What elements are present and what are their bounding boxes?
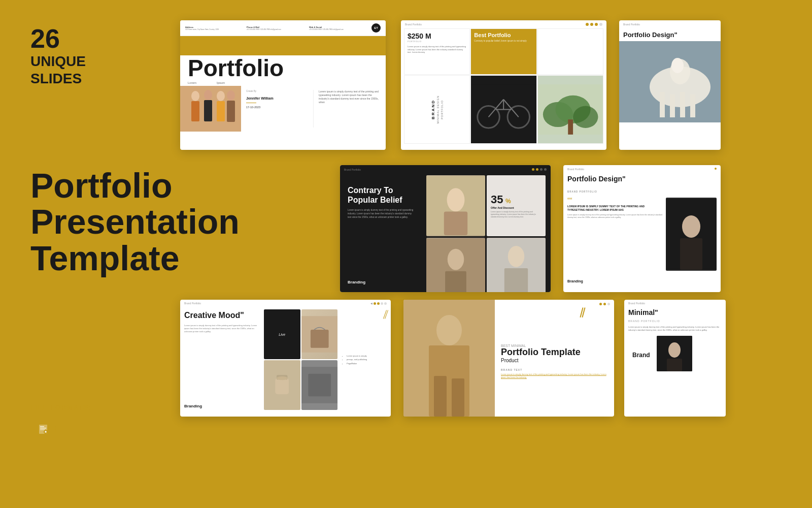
slide4-inner: Brand Portfolio Contrary To Popular Beli… xyxy=(340,165,551,292)
google-slides-icon xyxy=(30,417,56,442)
svg-point-36 xyxy=(447,188,465,211)
slide8-brand-image-row: Brand xyxy=(624,333,726,374)
slide4-branding: Branding xyxy=(348,280,414,284)
slide6-list-area: Lorem ipsum is simply presqu, and publis… xyxy=(340,307,391,412)
slide-minimal-partial: Brand Portfolio Minimal" BRAND PORTFOLIO… xyxy=(624,300,726,417)
svg-rect-54 xyxy=(308,374,331,397)
slide4-image-grid: 35 % Offer And Discount Lorem ipsum is s… xyxy=(421,165,551,292)
slide4-dots xyxy=(532,168,547,171)
slide5-title: Portfolio Design" xyxy=(563,173,721,184)
slide-portfolio-cover: Address 123 Street name, City Name State… xyxy=(180,20,386,150)
slide2-empty-cell xyxy=(537,28,603,75)
slide5-dark-image xyxy=(666,198,717,271)
slide6-header: Brand Portfolio ◀ xyxy=(180,300,391,307)
svg-point-52 xyxy=(277,376,287,380)
slide7-brand-label: BRAND TEXT xyxy=(501,368,608,371)
slide-best-minimal: Brand Portfolio Best Minimal Portfolio T… xyxy=(403,300,614,417)
svg-point-61 xyxy=(668,342,681,358)
slide1-header: Address 123 Street name, City Name State… xyxy=(180,20,386,36)
svg-rect-8 xyxy=(191,101,199,121)
slide4-body: Lorem ipsum is simply dummy text of the … xyxy=(348,209,414,219)
slide3-horse-image xyxy=(619,41,721,122)
slide4-image1 xyxy=(426,175,485,236)
slide8-brand-text: Brand xyxy=(628,346,654,361)
slide6-left: Creative Mood" Lorem ipsum is simply dum… xyxy=(180,307,261,412)
slide4-image2: 35 % Offer And Discount Lorem ipsum is s… xyxy=(487,175,546,236)
svg-rect-32 xyxy=(680,92,685,117)
svg-point-56 xyxy=(436,315,462,345)
slide7-dots xyxy=(599,303,610,305)
svg-rect-33 xyxy=(690,94,695,117)
slide6-body: Lorem ipsum is simply dummy text of the … xyxy=(184,324,257,333)
svg-rect-3 xyxy=(40,429,45,430)
slide6-title: Creative Mood" xyxy=(184,311,257,320)
slide7-bottom: BRAND TEXT Lorem ipsum is simply dummy t… xyxy=(501,368,608,379)
slide1-fashion-image xyxy=(180,86,241,132)
svg-rect-59 xyxy=(452,378,464,417)
slide-portfolio-design-light: Brand Portfolio Portfolio Design" BRAND … xyxy=(563,165,721,292)
slide4-image4 xyxy=(487,238,546,292)
slide5-content-area: ““ LOREM IPSUM IS SIMPLY DUMMY TEXT OF T… xyxy=(563,196,721,273)
svg-point-13 xyxy=(227,90,235,101)
svg-rect-62 xyxy=(667,359,682,371)
slide8-dark-image xyxy=(657,336,692,371)
slide8-brand-label: BRAND PORTFOLIO xyxy=(624,318,726,324)
svg-rect-14 xyxy=(227,101,235,122)
svg-rect-31 xyxy=(670,94,675,117)
svg-point-34 xyxy=(671,58,684,73)
file-formats-section: FILE FORMATS: xyxy=(30,403,91,442)
svg-point-7 xyxy=(191,91,199,101)
slide7-subtitle: Product xyxy=(501,358,608,363)
slide7-lorem-link: Lorem ipsum is simply dummy text of the … xyxy=(501,373,608,379)
unique-label: UNIQUE SLIDES xyxy=(30,53,86,87)
slide1-bottom: Create By Jennifer William 17-10-2023 Lo… xyxy=(180,86,386,132)
svg-rect-10 xyxy=(204,100,212,121)
slide6-dark-image xyxy=(301,360,338,410)
svg-point-45 xyxy=(682,215,700,238)
svg-rect-30 xyxy=(660,92,665,117)
svg-rect-40 xyxy=(445,271,466,292)
slide1-content: Create By Jennifer William 17-10-2023 Lo… xyxy=(241,86,386,132)
svg-rect-12 xyxy=(217,101,225,121)
svg-rect-46 xyxy=(680,238,702,270)
svg-point-11 xyxy=(217,91,225,101)
slide-brand-portfolio: Brand Portfolio $250 M PORTFOLIO Lorem i… xyxy=(401,20,606,150)
svg-point-9 xyxy=(204,90,212,100)
svg-point-42 xyxy=(508,246,524,267)
slide6-bag-image xyxy=(301,309,338,359)
slide7-gold-lines xyxy=(581,307,584,318)
slide6-jar-image xyxy=(264,360,300,410)
slide-creative-mood: Brand Portfolio ◀ Creative Mood" Lorem i… xyxy=(180,300,391,417)
svg-rect-5 xyxy=(45,431,47,433)
slide2-brand-vertical-cell: BRAND MINIMAL DESIGN PORTFOLIO xyxy=(404,75,470,144)
slide7-figure-image xyxy=(403,300,495,417)
svg-rect-48 xyxy=(310,330,328,348)
slide-portfolio-design-partial: Brand Portfolio Portfolio Design" xyxy=(619,20,721,150)
slide2-plant-image xyxy=(537,75,603,144)
slide4-image3 xyxy=(426,238,485,292)
svg-rect-26 xyxy=(568,119,573,135)
slide7-main-title: Portfolio Template xyxy=(501,347,608,358)
svg-point-25 xyxy=(573,106,598,128)
slide6-nav: ◀ xyxy=(370,302,387,305)
slide8-lorem: Lorem ipsum is simply dummy text of the … xyxy=(624,324,726,333)
slide8-header: Brand Portfolio xyxy=(624,300,726,307)
svg-rect-58 xyxy=(434,376,447,417)
slide6-gold-lines xyxy=(385,310,387,319)
slide2-bike-image xyxy=(470,75,536,144)
slide5-header: Brand Portfolio xyxy=(563,165,721,173)
svg-rect-2 xyxy=(40,428,46,429)
slide5-branding: Branding xyxy=(563,273,721,287)
logo-circle: ET xyxy=(371,23,381,33)
slide4-title: Contrary To Popular Belief xyxy=(348,185,414,205)
slide2-dots xyxy=(586,23,602,26)
slide2-amount-cell: $250 M PORTFOLIO Lorem ipsum is simply d… xyxy=(404,28,470,75)
svg-point-39 xyxy=(448,249,464,270)
slide6-content: Creative Mood" Lorem ipsum is simply dum… xyxy=(180,307,391,412)
slide2-grid: $250 M PORTFOLIO Lorem ipsum is simply d… xyxy=(401,28,606,147)
slide-count-number: 26 xyxy=(30,25,86,52)
slide2-best-portfolio-cell: Best Portfolio Contrary to popular belie… xyxy=(470,28,536,75)
slide3-header: Brand Portfolio xyxy=(619,20,721,28)
slide6-live-image: Live xyxy=(264,309,300,359)
slide5-brand-label: BRAND PORTFOLIO xyxy=(563,184,721,196)
